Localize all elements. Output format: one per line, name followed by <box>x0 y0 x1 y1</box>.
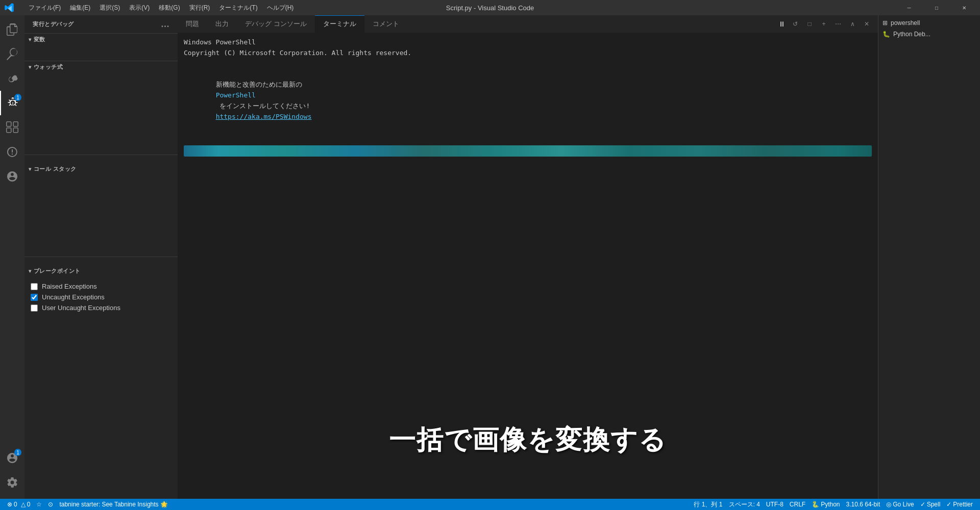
watch-label: ウォッチ式 <box>34 63 63 71</box>
status-prettier[interactable]: ✓ Prettier <box>943 499 976 510</box>
activity-icon-search[interactable] <box>0 42 24 66</box>
tabnine-label: tabnine starter: <box>59 501 100 508</box>
extensions-icon <box>6 121 18 134</box>
menu-go[interactable]: 移動(G) <box>155 3 184 13</box>
terminal-ps-text: 新機能と改善のために最新の <box>216 81 306 88</box>
breakpoints-section-header[interactable]: ▾ ブレークポイント <box>24 265 178 277</box>
line-col-label: 行 1、列 1 <box>694 500 722 509</box>
status-eol[interactable]: CRLF <box>787 499 808 510</box>
status-line-col[interactable]: 行 1、列 1 <box>691 499 725 510</box>
variables-section: ▾ 変数 <box>24 34 178 61</box>
menu-view[interactable]: 表示(V) <box>125 3 154 13</box>
activity-icon-accounts[interactable]: 1 <box>0 446 24 470</box>
uncaught-exceptions-checkbox[interactable] <box>31 294 38 301</box>
callstack-arrow-icon: ▾ <box>29 166 32 172</box>
close-button[interactable]: ✕ <box>952 0 976 15</box>
tab-debug-console[interactable]: デバッグ コンソール <box>237 15 315 33</box>
activity-icon-explorer[interactable] <box>0 17 24 42</box>
split-terminal-button[interactable]: ⋯ <box>831 17 845 31</box>
callstack-content <box>24 175 178 257</box>
activity-icon-debug[interactable]: 1 <box>0 91 24 115</box>
close-panel-button[interactable]: ✕ <box>860 17 874 31</box>
warning-count: 0 <box>27 501 31 508</box>
status-info[interactable]: ⊙ <box>45 499 56 510</box>
sidebar-more-button[interactable]: ... <box>161 19 169 30</box>
main-layout: 1 1 <box>0 15 980 499</box>
python-debug-terminal-icon: 🐛 <box>883 31 890 38</box>
callstack-section-header[interactable]: ▾ コール スタック <box>24 163 178 175</box>
callstack-section: ▾ コール スタック <box>24 163 178 265</box>
menu-select[interactable]: 選択(S) <box>95 3 124 13</box>
menu-edit[interactable]: 編集(E) <box>66 3 94 13</box>
status-spaces[interactable]: スペース: 4 <box>726 499 763 510</box>
menu-file[interactable]: ファイル(F) <box>24 3 65 13</box>
terminal-line-4: 新機能と改善のために最新の PowerShell をインストールしてください! … <box>184 69 872 133</box>
terminal-powershell-item[interactable]: ⊞ powershell <box>878 17 980 29</box>
status-sync[interactable]: ☆ <box>33 499 45 510</box>
tabnine-insights-label: See Tabnine Insights 🌟 <box>102 501 168 508</box>
activity-icon-settings[interactable] <box>0 470 24 495</box>
variables-arrow-icon: ▾ <box>29 37 32 42</box>
maximize-panel-button[interactable]: □ <box>802 17 817 31</box>
menu-run[interactable]: 実行(R) <box>185 3 214 13</box>
sidebar-header: 実行とデバッグ ... <box>24 15 178 33</box>
language-icon: 🐍 <box>812 501 819 508</box>
python-version-label: 3.10.6 64-bit <box>846 501 880 508</box>
tab-problems[interactable]: 問題 <box>178 15 207 33</box>
pause-button[interactable]: ⏸ <box>776 18 788 30</box>
breakpoint-user-uncaught-exceptions: User Uncaught Exceptions <box>24 302 178 313</box>
activity-icon-extensions[interactable] <box>0 115 24 140</box>
collapse-panel-button[interactable]: ∧ <box>845 17 860 31</box>
spell-label: Spell <box>927 501 941 508</box>
powershell-terminal-icon: ⊞ <box>883 19 888 27</box>
variables-section-header[interactable]: ▾ 変数 <box>24 34 178 45</box>
status-errors[interactable]: ⊗ 0 △ 0 <box>4 499 33 510</box>
status-tabnine[interactable]: tabnine starter: See Tabnine Insights 🌟 <box>56 499 171 510</box>
terminal-line-2: Copyright (C) Microsoft Corporation. All… <box>184 48 872 59</box>
breakpoints-arrow-icon: ▾ <box>29 268 32 274</box>
terminal-python-debug-item[interactable]: 🐛 Python Deb... <box>878 29 980 40</box>
maximize-button[interactable]: □ <box>925 0 948 15</box>
watch-content <box>24 73 178 155</box>
status-language[interactable]: 🐍 Python <box>808 499 843 510</box>
watch-section: ▾ ウォッチ式 <box>24 61 178 163</box>
activity-icon-source-control[interactable] <box>0 66 24 91</box>
menu-terminal[interactable]: ターミナル(T) <box>215 3 261 13</box>
activity-icon-testing[interactable] <box>0 140 24 164</box>
activity-icon-remote[interactable] <box>0 164 24 189</box>
debug-badge: 1 <box>14 94 21 101</box>
spaces-label: スペース: 4 <box>729 500 760 509</box>
tab-actions: ⏸ ↺ □ + ⋯ ∧ ✕ <box>776 17 878 31</box>
breakpoints-label: ブレークポイント <box>34 267 81 275</box>
raised-exceptions-checkbox[interactable] <box>31 283 38 290</box>
spell-check-icon: ✓ <box>920 501 925 508</box>
user-uncaught-exceptions-label: User Uncaught Exceptions <box>42 304 120 312</box>
info-icon: ⊙ <box>48 501 53 508</box>
status-encoding[interactable]: UTF-8 <box>763 499 787 510</box>
divider <box>24 257 178 257</box>
tab-output[interactable]: 出力 <box>207 15 237 33</box>
tab-comments[interactable]: コメント <box>364 15 407 33</box>
powershell-terminal-label: powershell <box>891 19 920 27</box>
variables-label: 変数 <box>34 36 45 43</box>
menu-bar: ファイル(F) 編集(E) 選択(S) 表示(V) 移動(G) 実行(R) ター… <box>24 3 298 13</box>
user-uncaught-exceptions-checkbox[interactable] <box>31 304 38 312</box>
eol-label: CRLF <box>790 501 805 508</box>
tab-terminal[interactable]: ターミナル <box>315 15 364 33</box>
vscode-logo-icon <box>4 3 14 13</box>
new-terminal-button[interactable]: + <box>817 17 831 31</box>
breakpoint-uncaught-exceptions: Uncaught Exceptions <box>24 292 178 302</box>
python-debug-terminal-label: Python Deb... <box>893 31 930 38</box>
title-bar-left: ファイル(F) 編集(E) 選択(S) 表示(V) 移動(G) 実行(R) ター… <box>4 3 298 13</box>
terminal-content[interactable]: Windows PowerShell Copyright (C) Microso… <box>178 33 878 499</box>
watch-section-header[interactable]: ▾ ウォッチ式 <box>24 61 178 73</box>
refresh-terminal-button[interactable]: ↺ <box>788 17 802 31</box>
menu-help[interactable]: ヘルプ(H) <box>263 3 298 13</box>
status-python-version[interactable]: 3.10.6 64-bit <box>843 499 884 510</box>
files-icon <box>6 23 18 36</box>
minimize-button[interactable]: ─ <box>897 0 921 15</box>
window-title: Script.py - Visual Studio Code <box>446 4 534 12</box>
status-go-live[interactable]: ◎ Go Live <box>883 499 917 510</box>
status-spell[interactable]: ✓ Spell <box>917 499 944 510</box>
title-bar: ファイル(F) 編集(E) 選択(S) 表示(V) 移動(G) 実行(R) ター… <box>0 0 980 15</box>
